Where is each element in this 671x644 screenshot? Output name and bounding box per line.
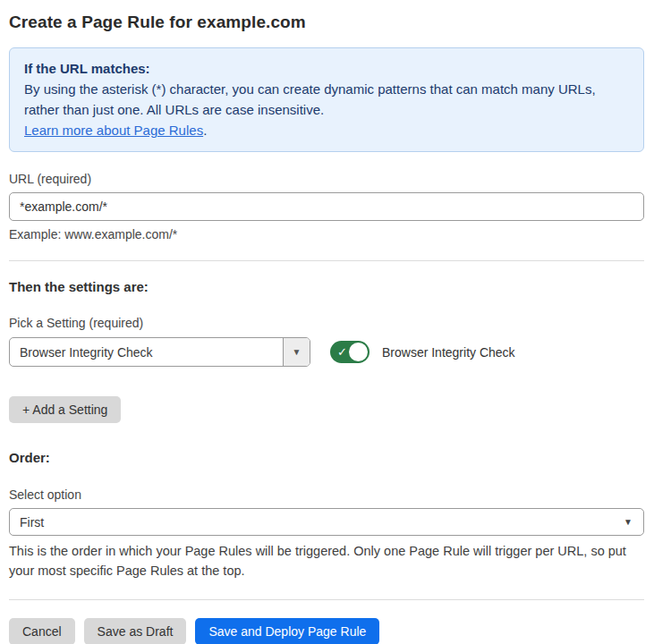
save-and-deploy-button[interactable]: Save and Deploy Page Rule <box>195 618 379 644</box>
url-field-label: URL (required) <box>9 172 644 186</box>
pick-setting-select[interactable]: Browser Integrity Check ▼ <box>9 337 310 367</box>
learn-more-link[interactable]: Learn more about Page Rules <box>24 123 203 138</box>
pick-setting-select-value: Browser Integrity Check <box>10 338 283 366</box>
check-icon: ✓ <box>337 346 347 358</box>
url-match-info-box: If the URL matches: By using the asteris… <box>9 47 644 152</box>
chevron-down-icon: ▼ <box>624 516 633 526</box>
settings-section-heading: Then the settings are: <box>9 279 644 294</box>
save-as-draft-button[interactable]: Save as Draft <box>84 618 187 644</box>
browser-integrity-toggle[interactable]: ✓ <box>330 341 369 363</box>
order-select-value: First <box>20 515 44 530</box>
toggle-label: Browser Integrity Check <box>382 345 515 360</box>
page-title: Create a Page Rule for example.com <box>9 13 644 32</box>
info-box-body: By using the asterisk (*) character, you… <box>24 79 629 120</box>
cancel-button[interactable]: Cancel <box>9 618 75 644</box>
chevron-down-icon[interactable]: ▼ <box>283 338 310 366</box>
pick-setting-label: Pick a Setting (required) <box>9 316 644 330</box>
url-field-help: Example: www.example.com/* <box>9 227 644 242</box>
setting-row: Browser Integrity Check ▼ ✓ Browser Inte… <box>9 337 644 367</box>
divider <box>9 599 644 600</box>
info-box-heading: If the URL matches: <box>24 58 629 79</box>
order-section-heading: Order: <box>9 450 644 465</box>
link-suffix: . <box>203 123 207 138</box>
order-select[interactable]: First ▼ <box>9 508 644 536</box>
form-actions: Cancel Save as Draft Save and Deploy Pag… <box>9 618 644 644</box>
add-setting-button[interactable]: + Add a Setting <box>9 396 121 423</box>
order-help-text: This is the order in which your Page Rul… <box>9 541 644 580</box>
order-select-label: Select option <box>9 487 644 502</box>
toggle-knob <box>349 343 368 361</box>
create-page-rule-form: Create a Page Rule for example.com If th… <box>0 0 662 644</box>
url-input[interactable] <box>9 192 644 221</box>
info-box-link-line: Learn more about Page Rules. <box>24 120 629 140</box>
divider <box>9 260 644 261</box>
